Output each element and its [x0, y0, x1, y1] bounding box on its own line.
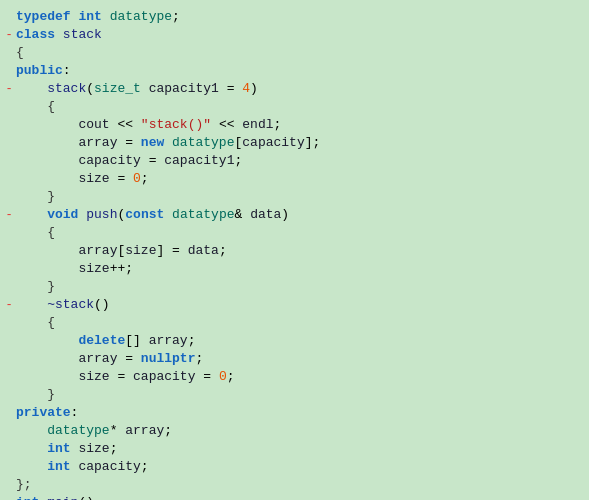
code-line: { [0, 98, 589, 116]
line-content: void push(const datatype& data) [16, 206, 585, 224]
code-line: public: [0, 62, 589, 80]
code-line: { [0, 224, 589, 242]
code-line: - class stack [0, 26, 589, 44]
code-container: typedef int datatype; - class stack { pu… [0, 0, 589, 500]
code-line: int size; [0, 440, 589, 458]
code-line: capacity = capacity1; [0, 152, 589, 170]
code-line: } [0, 188, 589, 206]
line-content: stack(size_t capacity1 = 4) [16, 80, 585, 98]
line-content: datatype* array; [16, 422, 585, 440]
line-content: size = capacity = 0; [16, 368, 585, 386]
code-line: - stack(size_t capacity1 = 4) [0, 80, 589, 98]
code-line: } [0, 386, 589, 404]
line-content: int size; [16, 440, 585, 458]
code-line: size = capacity = 0; [0, 368, 589, 386]
code-line: cout << "stack()" << endl; [0, 116, 589, 134]
code-line: int main() [0, 494, 589, 500]
line-indicator: - [4, 296, 14, 314]
line-indicator: - [4, 80, 14, 98]
line-content: array = nullptr; [16, 350, 585, 368]
line-content: capacity = capacity1; [16, 152, 585, 170]
line-content: { [16, 314, 585, 332]
line-content: } [16, 386, 585, 404]
line-content: class stack [16, 26, 585, 44]
code-line: delete[] array; [0, 332, 589, 350]
code-line: private: [0, 404, 589, 422]
line-content: array[size] = data; [16, 242, 585, 260]
code-line: { [0, 44, 589, 62]
line-content: typedef int datatype; [16, 8, 585, 26]
code-line: size++; [0, 260, 589, 278]
code-line: size = 0; [0, 170, 589, 188]
code-line: array = new datatype[capacity]; [0, 134, 589, 152]
code-line: } [0, 278, 589, 296]
line-content: array = new datatype[capacity]; [16, 134, 585, 152]
line-indicator: - [4, 206, 14, 224]
line-content: { [16, 44, 585, 62]
code-line: { [0, 314, 589, 332]
line-content: ~stack() [16, 296, 585, 314]
line-content: { [16, 98, 585, 116]
line-content: delete[] array; [16, 332, 585, 350]
line-content: { [16, 224, 585, 242]
line-content: private: [16, 404, 585, 422]
line-content: int main() [16, 494, 585, 500]
code-line: - ~stack() [0, 296, 589, 314]
line-content: int capacity; [16, 458, 585, 476]
code-line: int capacity; [0, 458, 589, 476]
line-content: cout << "stack()" << endl; [16, 116, 585, 134]
line-indicator: - [4, 26, 14, 44]
line-content: } [16, 278, 585, 296]
line-content: size++; [16, 260, 585, 278]
line-content: } [16, 188, 585, 206]
line-content: }; [16, 476, 585, 494]
code-line: datatype* array; [0, 422, 589, 440]
line-content: public: [16, 62, 585, 80]
code-line: }; [0, 476, 589, 494]
code-line: - void push(const datatype& data) [0, 206, 589, 224]
code-line: array = nullptr; [0, 350, 589, 368]
line-content: size = 0; [16, 170, 585, 188]
code-line: array[size] = data; [0, 242, 589, 260]
code-line: typedef int datatype; [0, 8, 589, 26]
